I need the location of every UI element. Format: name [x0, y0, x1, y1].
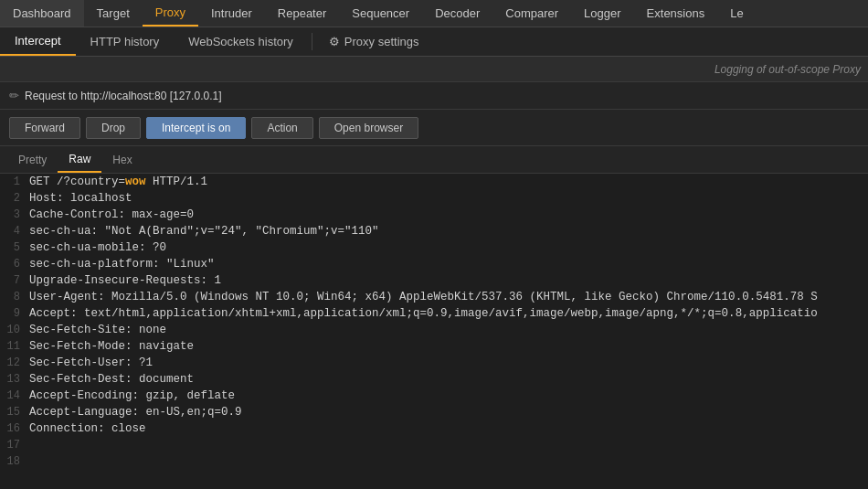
- code-line: 15Accept-Language: en-US,en;q=0.9: [0, 404, 868, 420]
- line-content: Accept: text/html,application/xhtml+xml,…: [26, 305, 868, 322]
- line-number: 17: [0, 437, 26, 453]
- request-bar: ✏ Request to http://localhost:80 [127.0.…: [0, 82, 868, 110]
- code-line: 10Sec-Fetch-Site: none: [0, 322, 868, 338]
- code-line: 1GET /?country=wow HTTP/1.1: [0, 174, 868, 190]
- nav-intruder[interactable]: Intruder: [198, 0, 265, 27]
- second-navigation: Intercept HTTP history WebSockets histor…: [0, 27, 868, 57]
- line-number: 4: [0, 223, 26, 239]
- tab-hex[interactable]: Hex: [101, 146, 143, 173]
- line-content: Accept-Encoding: gzip, deflate: [26, 388, 868, 404]
- tab-raw[interactable]: Raw: [58, 146, 101, 173]
- nav-repeater[interactable]: Repeater: [265, 0, 339, 27]
- tab-intercept[interactable]: Intercept: [0, 27, 76, 56]
- nav-decoder[interactable]: Decoder: [422, 0, 492, 27]
- nav-separator: [312, 33, 312, 50]
- code-line: 6sec-ch-ua-platform: "Linux": [0, 256, 868, 272]
- nav-extensions[interactable]: Extensions: [634, 0, 718, 27]
- gear-icon: ⚙: [329, 35, 340, 48]
- code-line: 8User-Agent: Mozilla/5.0 (Windows NT 10.…: [0, 289, 868, 305]
- line-content: Sec-Fetch-Dest: document: [26, 371, 868, 388]
- forward-button[interactable]: Forward: [9, 117, 80, 139]
- code-line: 14Accept-Encoding: gzip, deflate: [0, 388, 868, 404]
- drop-button[interactable]: Drop: [86, 117, 141, 139]
- pencil-icon: ✏: [9, 89, 19, 102]
- proxy-settings-tab[interactable]: ⚙ Proxy settings: [316, 27, 432, 56]
- line-content: Accept-Language: en-US,en;q=0.9: [26, 404, 868, 420]
- line-number: 18: [0, 453, 26, 470]
- code-line: 13Sec-Fetch-Dest: document: [0, 371, 868, 388]
- logging-info-text: Logging of out-of-scope Proxy: [715, 63, 861, 76]
- open-browser-button[interactable]: Open browser: [319, 117, 418, 139]
- nav-logger[interactable]: Logger: [571, 0, 633, 27]
- nav-le[interactable]: Le: [717, 0, 756, 27]
- line-content: GET /?country=wow HTTP/1.1: [26, 174, 868, 190]
- line-content: Sec-Fetch-Site: none: [26, 322, 868, 338]
- line-number: 11: [0, 338, 26, 355]
- tab-pretty[interactable]: Pretty: [7, 146, 58, 173]
- nav-target[interactable]: Target: [84, 0, 143, 27]
- code-line: 5sec-ch-ua-mobile: ?0: [0, 239, 868, 256]
- proxy-settings-label: Proxy settings: [344, 35, 419, 48]
- line-content: sec-ch-ua: "Not A(Brand";v="24", "Chromi…: [26, 223, 868, 239]
- line-number: 9: [0, 305, 26, 322]
- line-number: 15: [0, 404, 26, 420]
- code-line: 9Accept: text/html,application/xhtml+xml…: [0, 305, 868, 322]
- code-line: 2Host: localhost: [0, 190, 868, 207]
- line-number: 5: [0, 239, 26, 256]
- line-number: 7: [0, 272, 26, 289]
- line-content: sec-ch-ua-mobile: ?0: [26, 239, 868, 256]
- line-content: Host: localhost: [26, 190, 868, 207]
- code-line: 7Upgrade-Insecure-Requests: 1: [0, 272, 868, 289]
- top-navigation: Dashboard Target Proxy Intruder Repeater…: [0, 0, 868, 27]
- line-number: 12: [0, 355, 26, 371]
- line-content: sec-ch-ua-platform: "Linux": [26, 256, 868, 272]
- nav-proxy[interactable]: Proxy: [143, 0, 198, 27]
- tab-http-history[interactable]: HTTP history: [76, 27, 175, 56]
- nav-dashboard[interactable]: Dashboard: [0, 0, 84, 27]
- line-number: 6: [0, 256, 26, 272]
- line-number: 13: [0, 371, 26, 388]
- line-content: Cache-Control: max-age=0: [26, 207, 868, 223]
- nav-comparer[interactable]: Comparer: [492, 0, 571, 27]
- line-number: 14: [0, 388, 26, 404]
- intercept-toggle-button[interactable]: Intercept is on: [146, 117, 246, 139]
- tab-websockets-history[interactable]: WebSockets history: [174, 27, 308, 56]
- code-line: 11Sec-Fetch-Mode: navigate: [0, 338, 868, 355]
- code-line: 17: [0, 437, 868, 453]
- line-content: Upgrade-Insecure-Requests: 1: [26, 272, 868, 289]
- code-line: 3Cache-Control: max-age=0: [0, 207, 868, 223]
- line-number: 8: [0, 289, 26, 305]
- action-button[interactable]: Action: [251, 117, 312, 139]
- content-tabs: Pretty Raw Hex: [0, 146, 868, 174]
- code-editor[interactable]: 1GET /?country=wow HTTP/1.12Host: localh…: [0, 174, 868, 489]
- line-number: 10: [0, 322, 26, 338]
- line-number: 2: [0, 190, 26, 207]
- code-line: 12Sec-Fetch-User: ?1: [0, 355, 868, 371]
- line-number: 16: [0, 420, 26, 437]
- action-bar: Forward Drop Intercept is on Action Open…: [0, 110, 868, 146]
- line-content: Sec-Fetch-Mode: navigate: [26, 338, 868, 355]
- line-number: 1: [0, 174, 26, 190]
- line-content: Sec-Fetch-User: ?1: [26, 355, 868, 371]
- line-number: 3: [0, 207, 26, 223]
- request-url: Request to http://localhost:80 [127.0.0.…: [25, 90, 221, 102]
- code-line: 16Connection: close: [0, 420, 868, 437]
- code-line: 4sec-ch-ua: "Not A(Brand";v="24", "Chrom…: [0, 223, 868, 239]
- line-content: Connection: close: [26, 420, 868, 437]
- info-bar: Logging of out-of-scope Proxy: [0, 57, 868, 82]
- nav-sequencer[interactable]: Sequencer: [339, 0, 422, 27]
- line-content: User-Agent: Mozilla/5.0 (Windows NT 10.0…: [26, 289, 868, 305]
- code-line: 18: [0, 453, 868, 470]
